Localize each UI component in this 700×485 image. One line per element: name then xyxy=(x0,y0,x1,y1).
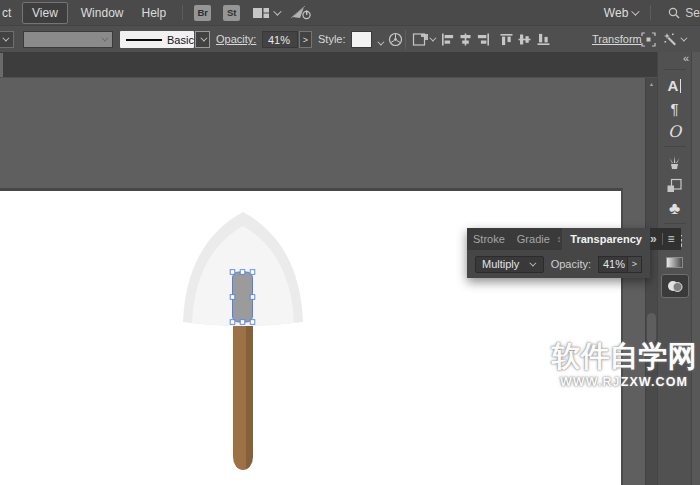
opentype-panel-icon[interactable]: O xyxy=(660,120,690,143)
character-panel-icon[interactable]: A xyxy=(660,74,690,97)
dock-edge-strip xyxy=(691,52,700,485)
transform-link[interactable]: Transform xyxy=(592,33,642,45)
search-input[interactable]: Se xyxy=(685,6,700,20)
scroll-up-arrow[interactable]: ▲ xyxy=(646,81,657,87)
bridge-button[interactable]: Br xyxy=(194,5,211,21)
document-tab-strip[interactable] xyxy=(0,52,700,78)
brush-definition-dropdown[interactable] xyxy=(195,31,210,48)
menu-bar: ct View Window Help Br St Web xyxy=(0,0,700,25)
align-horizontal-center-icon[interactable] xyxy=(459,33,472,46)
align-top-icon[interactable] xyxy=(500,33,513,46)
panel-opacity-group: 41% > xyxy=(598,256,642,273)
watermark-title: 软件自学网 xyxy=(546,341,700,373)
transparency-panel-icon[interactable] xyxy=(661,274,689,298)
shovel-handle-shape[interactable] xyxy=(233,320,253,470)
variable-width-dropdown[interactable] xyxy=(0,31,14,48)
panel-opacity-label: Opacity: xyxy=(551,258,591,270)
tab-gradient[interactable]: Gradie xyxy=(511,228,556,250)
opacity-link[interactable]: Opacity: xyxy=(216,33,256,45)
menubar-separator xyxy=(182,5,183,20)
controlbar-separator xyxy=(405,30,406,49)
menu-item-window[interactable]: Window xyxy=(72,3,133,23)
tab-transparency[interactable]: Transparency xyxy=(562,228,650,250)
shape-options-icon[interactable] xyxy=(412,32,437,47)
menu-item-partial[interactable]: ct xyxy=(2,6,16,20)
style-dropdown[interactable] xyxy=(374,36,385,48)
align-right-icon[interactable] xyxy=(477,33,490,46)
transparency-panel: Stroke Gradie ↕ Transparency » ≡ Multipl… xyxy=(467,228,650,278)
align-bottom-icon[interactable] xyxy=(537,33,550,46)
vertical-scrollbar[interactable]: ▲ xyxy=(645,78,657,485)
align-vertical-center-icon[interactable] xyxy=(518,33,531,46)
dock-group-grip[interactable] xyxy=(664,69,686,72)
workspace-switcher[interactable]: Web xyxy=(604,6,628,20)
panel-opacity-field[interactable]: 41% xyxy=(598,256,628,273)
illustrator-window: ct View Window Help Br St Web xyxy=(0,0,700,485)
gradient-panel-icon[interactable] xyxy=(660,251,690,274)
brushes-panel-icon[interactable] xyxy=(660,151,690,174)
chevron-down-icon[interactable] xyxy=(273,7,281,15)
opacity-value-field[interactable]: 41% xyxy=(262,31,298,48)
tab-stroke[interactable]: Stroke xyxy=(467,228,511,250)
stock-button[interactable]: St xyxy=(223,5,240,21)
selected-socket-shape[interactable] xyxy=(233,272,253,322)
chevron-down-icon[interactable] xyxy=(631,7,639,15)
paragraph-panel-icon[interactable]: ¶ xyxy=(660,97,690,120)
chevron-down-icon xyxy=(101,35,108,42)
scrollbar-thumb[interactable] xyxy=(647,313,656,343)
chevron-down-icon xyxy=(529,259,536,266)
search-box[interactable]: Se xyxy=(667,6,700,20)
control-bar: Basic Opacity: 41% > Style: xyxy=(0,25,700,52)
panel-tab-bar-right: » ≡ xyxy=(650,228,681,250)
panel-dock: « A ¶ O ♣ xyxy=(657,52,691,485)
panel-separator xyxy=(662,233,663,245)
menu-item-help[interactable]: Help xyxy=(132,3,175,23)
watermark: 软件自学网 WWW.RJZXW.COM xyxy=(546,341,700,389)
dock-group-grip[interactable] xyxy=(664,146,686,149)
transparency-panel-body: Multiply Opacity: 41% > xyxy=(467,250,650,278)
panel-opacity-stepper[interactable]: > xyxy=(628,256,642,273)
shovel-artwork[interactable] xyxy=(170,205,310,335)
opacity-stepper-button[interactable]: > xyxy=(299,31,312,48)
chevron-down-icon xyxy=(429,35,436,42)
blend-mode-select[interactable]: Multiply xyxy=(475,256,544,273)
brush-definition-control[interactable]: Basic xyxy=(120,31,194,48)
symbols-panel-icon[interactable]: ♣ xyxy=(660,197,690,220)
watermark-url: WWW.RJZXW.COM xyxy=(546,375,700,389)
recolor-artwork-icon[interactable] xyxy=(388,32,403,47)
chevron-down-icon xyxy=(680,35,687,42)
blend-mode-value: Multiply xyxy=(482,258,519,270)
style-swatch[interactable] xyxy=(351,31,372,48)
panel-menu-icon[interactable]: ≡ xyxy=(668,232,675,246)
style-label: Style: xyxy=(318,33,346,45)
dock-group-grip[interactable] xyxy=(664,223,686,226)
search-icon xyxy=(667,6,681,20)
align-left-icon[interactable] xyxy=(441,33,454,46)
menu-item-view[interactable]: View xyxy=(22,2,68,24)
expand-panels-icon[interactable]: « xyxy=(683,52,688,64)
artboards-panel-icon[interactable] xyxy=(660,174,690,197)
gpu-performance-icon[interactable] xyxy=(290,5,312,21)
panel-tab-bar: Stroke Gradie ↕ Transparency » ≡ xyxy=(467,228,650,250)
select-similar-icon[interactable] xyxy=(663,32,688,47)
stroke-preview-line xyxy=(126,39,162,41)
arrange-documents-icon[interactable] xyxy=(252,6,282,20)
brush-definition-label: Basic xyxy=(167,34,194,46)
brush-preview-swatch[interactable] xyxy=(23,31,113,48)
tab-strip-notch xyxy=(0,53,3,77)
collapse-panel-icon[interactable]: » xyxy=(650,232,657,246)
isolate-object-icon[interactable] xyxy=(641,32,656,47)
menubar-separator xyxy=(650,5,651,20)
